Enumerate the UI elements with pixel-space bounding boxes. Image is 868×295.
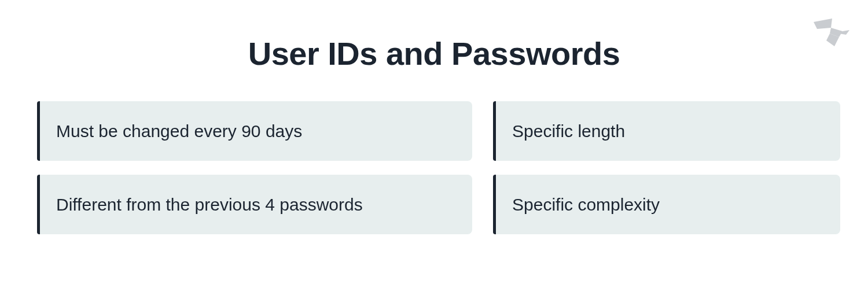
- card-text: Specific length: [512, 120, 625, 142]
- card-specific-complexity: Specific complexity: [493, 175, 840, 234]
- bird-logo-icon: [809, 17, 851, 52]
- card-specific-length: Specific length: [493, 101, 840, 161]
- card-text: Specific complexity: [512, 193, 660, 216]
- page-title: User IDs and Passwords: [35, 35, 833, 72]
- card-text: Different from the previous 4 passwords: [56, 193, 363, 216]
- card-change-90-days: Must be changed every 90 days: [37, 101, 472, 161]
- card-previous-4-passwords: Different from the previous 4 passwords: [37, 175, 472, 234]
- cards-grid: Must be changed every 90 days Specific l…: [35, 101, 833, 234]
- card-text: Must be changed every 90 days: [56, 120, 302, 142]
